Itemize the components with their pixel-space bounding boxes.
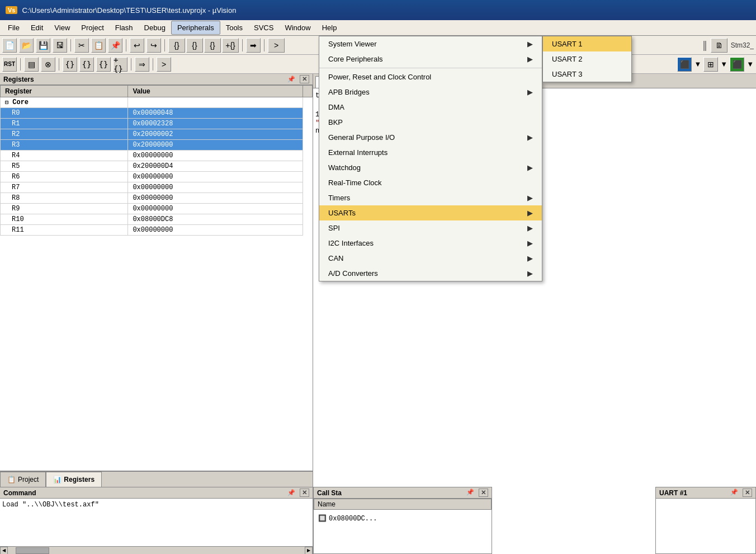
menu-view[interactable]: View <box>49 21 75 34</box>
menu-spi[interactable]: SPI ▶ <box>319 220 542 236</box>
tb2-btn5[interactable]: {} <box>96 57 111 72</box>
table-row[interactable]: R50x200000D4 <box>1 161 313 172</box>
save-all-button[interactable]: 🖫 <box>53 38 67 53</box>
menu-rtc[interactable]: Real-Time Clock <box>319 175 542 190</box>
menu-flash[interactable]: Flash <box>110 21 139 34</box>
tab-registers[interactable]: 📊 Registers <box>46 472 102 487</box>
arrow-spi: ▶ <box>527 224 533 232</box>
redo-button[interactable]: ↪ <box>147 38 161 53</box>
tb2-btn4[interactable]: {} <box>79 57 94 72</box>
menu-can[interactable]: CAN ▶ <box>319 251 542 266</box>
table-row[interactable]: R10x00002328 <box>1 119 313 129</box>
menu-watchdog[interactable]: Watchdog ▶ <box>319 160 542 175</box>
callstack-body[interactable]: 🔲 0x08000DC... <box>314 510 492 553</box>
menu-adc[interactable]: A/D Converters ▶ <box>319 266 542 281</box>
toolbar-btn-1[interactable]: {} <box>168 38 185 53</box>
paste-button[interactable]: 📌 <box>108 38 122 53</box>
open-button[interactable]: 📂 <box>19 38 34 53</box>
new-file-button[interactable]: 📄 <box>2 38 17 53</box>
menu-window[interactable]: Window <box>279 21 316 34</box>
dropdown-arrow-2[interactable]: ▼ <box>720 60 727 68</box>
toolbar-btn-4[interactable]: +{} <box>222 38 239 53</box>
command-header: Command 📌 ✕ <box>0 487 313 499</box>
undo-button[interactable]: ↩ <box>130 38 144 53</box>
tb2-btn6[interactable]: +{} <box>113 57 127 72</box>
expand-button[interactable]: > <box>268 38 285 53</box>
hscroll-right[interactable]: ▶ <box>305 547 313 555</box>
tb2-expand[interactable]: > <box>157 57 171 72</box>
table-row[interactable]: R110x00000000 <box>1 225 313 236</box>
cmd-close-button[interactable]: ✕ <box>300 489 309 497</box>
grid-btn[interactable]: ⊞ <box>703 57 718 72</box>
expand-icon[interactable]: ⊟ <box>5 100 8 106</box>
tab-project[interactable]: 📋 Project <box>0 472 46 487</box>
arrow-watchdog: ▶ <box>527 163 533 172</box>
arrow-button[interactable]: ➡ <box>246 38 261 53</box>
menu-dma[interactable]: DMA <box>319 100 542 115</box>
menu-core-peripherals[interactable]: Core Peripherals ▶ <box>319 51 542 67</box>
table-row[interactable]: R30x20000000 <box>1 140 313 151</box>
submenu-usart2[interactable]: USART 2 <box>543 51 631 67</box>
menu-system-viewer[interactable]: System Viewer ▶ <box>319 36 542 51</box>
save-button[interactable]: 💾 <box>36 38 50 53</box>
tb2-arrow[interactable]: ⇒ <box>135 57 149 72</box>
command-hscrollbar[interactable]: ◀ ▶ <box>0 546 313 554</box>
menu-i2c[interactable]: I2C Interfaces ▶ <box>319 236 542 251</box>
uart-close-button[interactable]: ✕ <box>743 489 752 497</box>
table-row[interactable]: R90x00000000 <box>1 204 313 214</box>
register-value-cell: 0x00002328 <box>128 119 303 129</box>
tb2-btn3[interactable]: {} <box>63 57 77 72</box>
toolbar-btn-2[interactable]: {} <box>186 38 203 53</box>
tb2-btn2[interactable]: ⊗ <box>41 57 55 72</box>
cs-close-button[interactable]: ✕ <box>479 489 488 497</box>
tb2-btn1[interactable]: ▤ <box>24 57 39 72</box>
dropdown-arrow-3[interactable]: ▼ <box>746 60 754 68</box>
menu-external-interrupts[interactable]: External Interrupts <box>319 145 542 160</box>
rst-button[interactable]: RST <box>2 57 17 72</box>
uart-body[interactable] <box>656 499 755 553</box>
toolbar-btn-3[interactable]: {} <box>204 38 221 53</box>
pin-icon[interactable]: 📌 <box>285 76 297 83</box>
table-row[interactable]: ⊟ Core <box>1 97 313 108</box>
table-row[interactable]: R20x20000002 <box>1 129 313 140</box>
registers-title: Registers <box>3 76 34 83</box>
hscroll-left[interactable]: ◀ <box>0 547 8 555</box>
arrow-timers: ▶ <box>527 194 533 202</box>
table-row[interactable]: R00x00000048 <box>1 108 313 119</box>
menu-edit[interactable]: Edit <box>25 21 49 34</box>
table-row[interactable]: R60x00000000 <box>1 172 313 182</box>
menu-peripherals[interactable]: Peripherals <box>171 21 220 35</box>
menu-timers[interactable]: Timers ▶ <box>319 190 542 205</box>
table-row[interactable]: R40x00000000 <box>1 151 313 161</box>
uart-pin-icon[interactable]: 📌 <box>728 489 740 497</box>
menu-power-reset[interactable]: Power, Reset and Clock Control <box>319 69 542 84</box>
cmd-pin-icon[interactable]: 📌 <box>285 489 297 496</box>
menu-svcs[interactable]: SVCS <box>248 21 279 34</box>
callstack-header: Call Sta 📌 ✕ <box>314 487 492 499</box>
hscroll-thumb[interactable] <box>16 547 49 554</box>
separator-2 <box>126 39 126 51</box>
copy-button[interactable]: 📋 <box>91 38 106 53</box>
green-icon-btn[interactable]: ⬛ <box>730 57 744 72</box>
menu-usarts[interactable]: USARTs ▶ <box>319 205 542 220</box>
table-row[interactable]: R100x08000DC8 <box>1 214 313 225</box>
command-body[interactable]: Load "..\\OBJ\\test.axf" <box>0 499 313 546</box>
submenu-usart3[interactable]: USART 3 <box>543 67 631 82</box>
cs-pin-icon[interactable]: 📌 <box>464 489 476 497</box>
menu-bkp[interactable]: BKP <box>319 115 542 130</box>
table-row[interactable]: R80x00000000 <box>1 193 313 204</box>
menu-tools[interactable]: Tools <box>220 21 248 34</box>
menu-file[interactable]: File <box>2 21 25 34</box>
submenu-usart1[interactable]: USART 1 <box>543 36 631 51</box>
toolbar-icon-right[interactable]: 🗎 <box>711 38 727 53</box>
dropdown-arrow-1[interactable]: ▼ <box>694 60 701 68</box>
menu-debug[interactable]: Debug <box>139 21 171 34</box>
table-row[interactable]: R70x00000000 <box>1 182 313 193</box>
menu-project[interactable]: Project <box>75 21 109 34</box>
menu-apb-bridges[interactable]: APB Bridges ▶ <box>319 84 542 100</box>
registers-close-button[interactable]: ✕ <box>300 75 309 83</box>
menu-gpio[interactable]: General Purpose I/O ▶ <box>319 130 542 145</box>
cut-button[interactable]: ✂ <box>74 38 89 53</box>
blue-icon-btn[interactable]: ⬛ <box>677 57 692 72</box>
menu-help[interactable]: Help <box>316 21 343 34</box>
